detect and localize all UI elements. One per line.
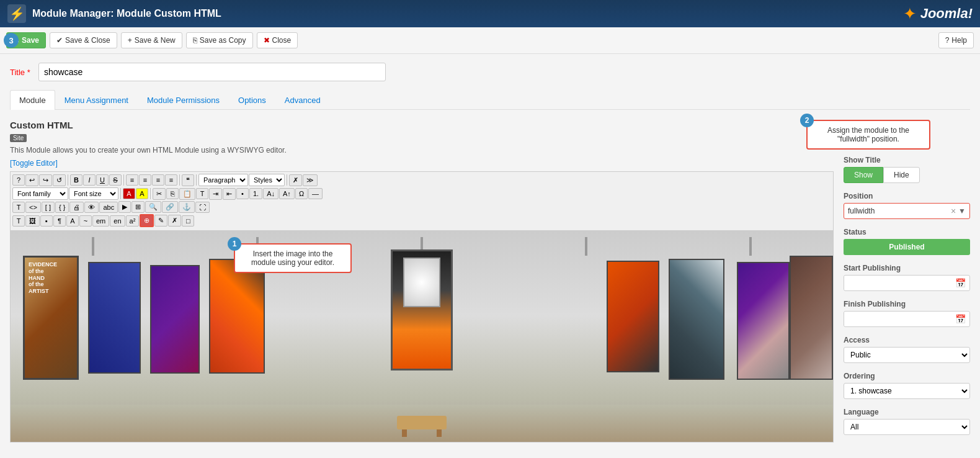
finish-publishing-input[interactable] xyxy=(844,312,951,326)
section-title: Custom HTML xyxy=(10,120,834,130)
wysiwyg-outdent-btn[interactable]: ⇤ xyxy=(223,188,236,200)
wysiwyg-italic-btn[interactable]: I xyxy=(83,174,96,186)
wysiwyg-insert-btn[interactable]: ⊕ xyxy=(140,214,154,227)
wysiwyg-sep-7 xyxy=(150,188,151,199)
start-calendar-icon[interactable]: 📅 xyxy=(951,276,969,290)
wysiwyg-color-btn[interactable]: A xyxy=(123,188,135,199)
joomla-logo: ✦ Joomla! xyxy=(903,4,973,24)
save-copy-button[interactable]: ⎘ Save as Copy xyxy=(186,32,253,48)
wysiwyg-img-btn[interactable]: 🖼 xyxy=(25,215,40,227)
wysiwyg-refresh-btn[interactable]: ↺ xyxy=(53,174,66,186)
save-close-button[interactable]: ✔ Save & Close xyxy=(50,32,117,48)
wysiwyg-en-btn[interactable]: en xyxy=(110,215,125,227)
wysiwyg-underline-btn[interactable]: U xyxy=(96,174,109,186)
tab-advanced[interactable]: Advanced xyxy=(275,90,330,110)
tab-menu-assignment[interactable]: Menu Assignment xyxy=(55,90,138,110)
start-publishing-label: Start Publishing xyxy=(844,264,970,272)
wysiwyg-block-btn[interactable]: ▪ xyxy=(40,215,53,227)
wysiwyg-media-btn[interactable]: ▶ xyxy=(118,201,131,213)
wysiwyg-align-center-btn[interactable]: ≡ xyxy=(139,174,151,186)
wysiwyg-undo-btn[interactable]: ↩ xyxy=(25,174,38,186)
wysiwyg-char-btn[interactable]: A xyxy=(66,215,79,227)
ordering-select[interactable]: 1. showcase xyxy=(844,383,970,399)
wysiwyg-fontfamily-select[interactable]: Font family xyxy=(12,187,68,200)
wysiwyg-fontsize-select[interactable]: Font size xyxy=(69,187,118,200)
access-select[interactable]: Public Registered Special xyxy=(844,347,970,363)
wysiwyg-hr-btn[interactable]: — xyxy=(308,188,323,199)
wysiwyg-blockquote-btn[interactable]: ❝ xyxy=(182,174,194,186)
wysiwyg-indent-btn[interactable]: ⇥ xyxy=(209,188,222,200)
hide-button[interactable]: Hide xyxy=(883,167,920,183)
wysiwyg-t2-btn[interactable]: T xyxy=(12,215,25,227)
joomla-logo-text: Joomla! xyxy=(920,6,973,22)
wysiwyg-edit-btn[interactable]: ✎ xyxy=(154,215,167,227)
wysiwyg-link-btn[interactable]: 🔗 xyxy=(162,201,178,213)
wysiwyg-t-btn[interactable]: T xyxy=(12,202,25,213)
wysiwyg-table-btn[interactable]: ⊞ xyxy=(131,201,145,213)
wysiwyg-copy-btn[interactable]: ⎘ xyxy=(166,188,179,199)
position-section: Position fullwidth × ▼ xyxy=(844,192,970,219)
wysiwyg-print-btn[interactable]: 🖨 xyxy=(69,202,84,213)
access-label: Access xyxy=(844,336,970,344)
wysiwyg-align-right-btn[interactable]: ≡ xyxy=(152,174,164,186)
wysiwyg-paste-btn[interactable]: 📋 xyxy=(179,188,195,200)
wysiwyg-help-btn[interactable]: ? xyxy=(12,174,25,186)
language-select[interactable]: All English xyxy=(844,419,970,435)
wysiwyg-source-btn[interactable]: [ ] xyxy=(42,202,55,213)
wysiwyg-a2-btn[interactable]: a² xyxy=(126,215,140,227)
wysiwyg-subsc-btn[interactable]: A↓ xyxy=(263,188,278,199)
wysiwyg-spellchk-btn[interactable]: abc xyxy=(99,202,118,213)
wysiwyg-anchor-btn[interactable]: ⚓ xyxy=(179,201,195,213)
close-button[interactable]: ✖ Close xyxy=(257,32,298,48)
plus-icon: + xyxy=(128,36,132,45)
wysiwyg-remove-btn[interactable]: ✗ xyxy=(168,215,181,227)
wysiwyg-align-justify-btn[interactable]: ≡ xyxy=(165,174,177,186)
wysiwyg-fullscreen-btn[interactable]: ⛶ xyxy=(195,202,210,213)
wysiwyg-nonbreak-btn[interactable]: ~ xyxy=(79,215,92,227)
wysiwyg-format-select[interactable]: Paragraph Heading 1 xyxy=(198,174,248,186)
wysiwyg-box-btn[interactable]: □ xyxy=(182,215,194,227)
show-button[interactable]: Show xyxy=(844,167,883,183)
wysiwyg-more-btn[interactable]: ≫ xyxy=(303,174,318,186)
wysiwyg-special-btn[interactable]: Ω xyxy=(295,188,308,199)
wysiwyg-bullet-btn[interactable]: • xyxy=(236,188,249,199)
wysiwyg-styles-select[interactable]: Styles xyxy=(249,174,285,186)
wysiwyg-supersc-btn[interactable]: A↑ xyxy=(279,188,295,199)
finish-calendar-icon[interactable]: 📅 xyxy=(951,312,969,326)
save-new-button[interactable]: + Save & New xyxy=(121,32,182,48)
position-dropdown-icon[interactable]: ▼ xyxy=(958,207,966,215)
wysiwyg-redo-btn[interactable]: ↪ xyxy=(39,174,52,186)
tab-permissions[interactable]: Module Permissions xyxy=(138,90,229,110)
position-clear-icon[interactable]: × xyxy=(951,206,956,216)
artwork-4 xyxy=(209,259,265,374)
sidebar: 2 Assign the module to the "fullwidth" p… xyxy=(834,120,970,444)
wysiwyg-para-btn[interactable]: ¶ xyxy=(53,215,66,227)
wysiwyg-align-left-btn[interactable]: ≡ xyxy=(126,174,138,186)
wysiwyg-cut-btn[interactable]: ✂ xyxy=(153,188,166,200)
wysiwyg-num-btn[interactable]: 1. xyxy=(249,188,262,199)
wysiwyg-bgcolor-btn[interactable]: A xyxy=(136,188,148,199)
wysiwyg-sep-6 xyxy=(120,188,121,199)
title-input[interactable] xyxy=(38,63,386,81)
wysiwyg-strike-btn[interactable]: S xyxy=(109,174,122,186)
help-button[interactable]: ? Help xyxy=(938,32,974,48)
start-publishing-input[interactable] xyxy=(844,276,951,290)
wysiwyg-snippet-btn[interactable]: { } xyxy=(55,202,69,213)
wysiwyg-preview-btn[interactable]: 👁 xyxy=(84,202,99,213)
wysiwyg-code-btn[interactable]: <> xyxy=(25,202,41,213)
wysiwyg-em-btn[interactable]: em xyxy=(92,215,109,227)
wysiwyg-row-1: ? ↩ ↪ ↺ B I U S ≡ ≡ ≡ ≡ ❝ xyxy=(12,174,831,186)
status-button[interactable]: Published xyxy=(844,239,970,255)
wysiwyg-findreplace-btn[interactable]: 🔍 xyxy=(145,201,161,213)
tab-options[interactable]: Options xyxy=(229,90,275,110)
wysiwyg-clear-btn[interactable]: ✗ xyxy=(289,174,302,186)
finish-publishing-section: Finish Publishing 📅 xyxy=(844,300,970,327)
tab-module[interactable]: Module xyxy=(10,90,55,110)
wysiwyg-bold-btn[interactable]: B xyxy=(70,174,82,186)
toggle-editor-link[interactable]: [Toggle Editor] xyxy=(10,159,58,168)
wysiwyg-toolbar: ? ↩ ↪ ↺ B I U S ≡ ≡ ≡ ≡ ❝ xyxy=(10,171,834,230)
wysiwyg-pastetext-btn[interactable]: T xyxy=(196,188,208,199)
top-bar: ⚡ Module Manager: Module Custom HTML ✦ J… xyxy=(0,0,980,27)
ordering-section: Ordering 1. showcase xyxy=(844,372,970,399)
language-label: Language xyxy=(844,408,970,416)
